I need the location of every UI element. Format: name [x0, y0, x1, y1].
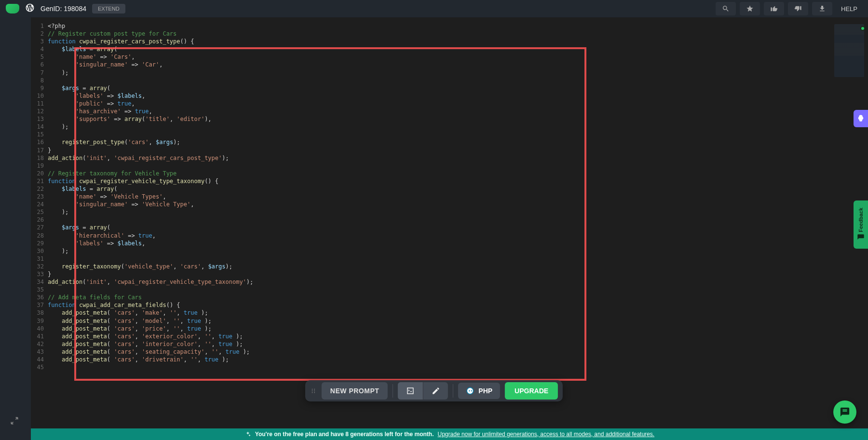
chat-fab[interactable]	[833, 400, 856, 424]
svg-point-2	[312, 392, 313, 393]
help-link[interactable]: HELP	[836, 5, 862, 13]
wordpress-icon	[25, 3, 35, 14]
genid-label: GenID: 198084	[41, 5, 86, 13]
new-prompt-button[interactable]: NEW PROMPT	[322, 382, 388, 400]
language-selector[interactable]: PHP	[458, 383, 500, 399]
code-comment: // Register custom post type for Cars	[48, 30, 176, 37]
presence-indicator	[860, 26, 865, 31]
code-content[interactable]: <?php // Register custom post type for C…	[48, 22, 868, 440]
edit-mode-icon[interactable]	[423, 382, 448, 400]
ai-brain-tab[interactable]	[854, 110, 868, 127]
code-text: <?php	[48, 23, 65, 29]
extend-button[interactable]: EXTEND	[92, 4, 125, 13]
search-icon[interactable]	[716, 2, 736, 15]
svg-point-3	[314, 389, 315, 390]
svg-point-5	[314, 392, 315, 393]
terminal-mode-icon[interactable]	[398, 382, 423, 400]
minimap[interactable]	[834, 24, 864, 77]
star-icon[interactable]	[740, 2, 760, 15]
upgrade-button[interactable]: UPGRADE	[505, 382, 558, 400]
thumbs-up-icon[interactable]	[764, 2, 784, 15]
upgrade-banner: You're on the free plan and have 8 gener…	[31, 428, 868, 440]
divider	[393, 384, 393, 398]
line-gutter: 1234567891011121314151617181920212223242…	[31, 22, 48, 371]
svg-point-1	[312, 390, 313, 391]
feedback-tab[interactable]: Feedback	[854, 200, 868, 249]
nav-sidebar	[0, 17, 31, 440]
upgrade-link[interactable]: Upgrade now for unlimited generations, a…	[438, 431, 655, 438]
logo[interactable]	[6, 4, 19, 13]
svg-point-4	[314, 390, 315, 391]
sparkle-icon	[244, 431, 251, 438]
thumbs-down-icon[interactable]	[788, 2, 808, 15]
divider	[453, 384, 453, 398]
svg-point-0	[312, 389, 313, 390]
download-icon[interactable]	[812, 2, 832, 15]
code-editor[interactable]: 1234567891011121314151617181920212223242…	[31, 17, 868, 440]
floating-toolbar[interactable]: NEW PROMPT PHP UPGRADE	[305, 380, 563, 401]
drag-handle-icon[interactable]	[310, 387, 317, 394]
expand-icon[interactable]	[10, 416, 19, 427]
